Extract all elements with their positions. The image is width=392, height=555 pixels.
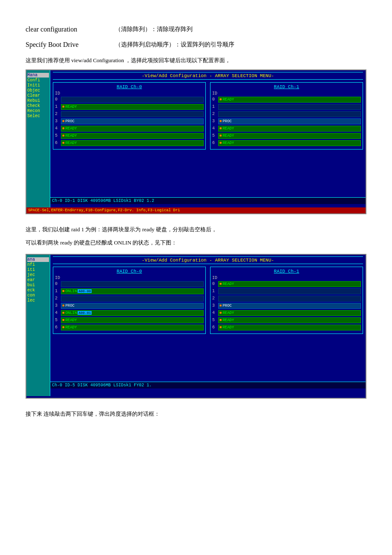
raid-columns-1: RAID Ch-0 ID 0 1 ■ READY 2	[53, 82, 363, 150]
term-label-clear: clear configuration	[26, 26, 115, 33]
t2-ch0-row-2: 2	[55, 296, 204, 302]
sidebar-item-con[interactable]: con	[27, 293, 49, 298]
terminal1-title: -View/Add Configuration - ARRAY SELECTIO…	[53, 72, 363, 80]
ch1-id-header-2: ID	[212, 276, 361, 280]
sidebar-item-clear[interactable]: Clear	[27, 93, 49, 98]
t2-ch1-row-5: 5 ■ READY	[212, 317, 361, 323]
sidebar-menu-2: ana nfi iti jec ear bui eck con lec	[26, 255, 50, 398]
sidebar-item-mana[interactable]: Mana	[27, 73, 49, 78]
terminal2-keybar	[26, 396, 366, 398]
ch1-column-1: RAID Ch-1 ID 0 ■ READY 1 2	[210, 82, 363, 150]
t2-ch1-row-4: 4 ■ READY	[212, 310, 361, 316]
ch0-row-6: 6 ■ READY	[55, 140, 204, 146]
t2-ch0-row-3: 3 ■ PROC	[55, 303, 204, 309]
footer-text: 接下来 连续敲击两下回车键，弹出跨度选择的对话框：	[26, 409, 366, 419]
t2-ch0-row-0: 0	[55, 281, 204, 287]
term-def-clear: （清除阵列）：清除现存阵列	[115, 26, 193, 33]
ch1-row-1: 1	[212, 104, 361, 110]
sidebar-item-jec[interactable]: jec	[27, 273, 49, 277]
ch1-title-1: RAID Ch-1	[212, 84, 361, 89]
ch0-row-5: 5 ■ READY	[55, 133, 204, 139]
ch1-row-5: 5 ■ READY	[212, 133, 361, 139]
middle-text-1: 这里，我们以创建 raid 1 为例：选择两块显示为 ready 硬盘，分别敲击…	[26, 224, 366, 234]
t2-ch0-row-6: 6 ■ READY	[55, 325, 204, 331]
ch0-row-3: 3 ■ PROC	[55, 118, 204, 124]
ch0-id-header: ID	[55, 91, 204, 96]
ch0-id-header-2: ID	[55, 276, 204, 280]
term-clear-config: clear configuration （清除阵列）：清除现存阵列	[26, 26, 366, 33]
ch1-row-6: 6 ■ READY	[212, 140, 361, 146]
sidebar-item-confi[interactable]: Confi	[27, 78, 49, 83]
t2-ch1-row-1: 1	[212, 288, 361, 294]
sidebar-item-bui[interactable]: bui	[27, 283, 49, 288]
ch1-title-2: RAID Ch-1	[212, 269, 361, 274]
sidebar-item-initi[interactable]: Initi	[27, 83, 49, 88]
terminal1-status: Ch-0 ID-1 DISK 409596MB LSIDsk1 BY02 1.2	[50, 197, 366, 204]
terminal2-status: Ch-0 ID-5 DISK 409596MB LSIDsk1 FY02 1.	[50, 382, 366, 388]
t2-ch0-row-1: 1 ■ ONLIN A00-00	[55, 288, 204, 294]
ch0-title-2: RAID Ch-0	[55, 269, 204, 274]
sidebar-item-check[interactable]: Check	[27, 104, 49, 108]
sidebar-item-ana[interactable]: ana	[27, 257, 49, 262]
intro-text: 这里我们推荐使用 view/add Configuration ，选择此项按回车…	[26, 56, 366, 65]
t2-ch1-row-3: 3 ■ PROC	[212, 303, 361, 309]
sidebar-item-selec[interactable]: Selec	[27, 114, 49, 118]
ch0-title-1: RAID Ch-0	[55, 84, 204, 89]
t2-ch0-row-4: 4 ■ ONLIN A00-01	[55, 310, 204, 316]
t2-ch0-row-5: 5 ■ READY	[55, 317, 204, 323]
ch1-row-0: 0 ■ READY	[212, 97, 361, 103]
ch0-column-1: RAID Ch-0 ID 0 1 ■ READY 2	[53, 82, 206, 150]
term-def-boot: （选择阵列启动顺序）：设置阵列的引导顺序	[115, 41, 234, 49]
ch1-row-4: 4 ■ READY	[212, 126, 361, 132]
terms-section: clear configuration （清除阵列）：清除现存阵列 Specif…	[26, 26, 366, 49]
sidebar-item-recon[interactable]: Recon	[27, 109, 49, 113]
sidebar-item-iti[interactable]: iti	[27, 267, 49, 272]
middle-text-2: 可以看到两块 ready 的硬盘已经酿成 ONLIN 的状态，见下图：	[26, 238, 366, 247]
ch0-row-2: 2	[55, 111, 204, 117]
ch0-row-1: 1 ■ READY	[55, 104, 204, 110]
ch0-column-2: RAID Ch-0 ID 0 1 ■ ONLIN A00-00 2	[53, 267, 206, 334]
sidebar-item-objec[interactable]: Objec	[27, 88, 49, 93]
terminal-screen-2: ana nfi iti jec ear bui eck con lec -Vie…	[26, 254, 366, 399]
term-specify-boot: Specify Boot Drive （选择阵列启动顺序）：设置阵列的引导顺序	[26, 41, 366, 49]
ch0-row-0: 0	[55, 97, 204, 103]
ch1-row-3: 3 ■ PROC	[212, 118, 361, 124]
sidebar-item-eck[interactable]: eck	[27, 288, 49, 293]
sidebar-menu-1: Mana Confi Initi Objec Clear Rebui Check…	[26, 70, 50, 213]
ch0-row-4: 4 ■ READY	[55, 126, 204, 132]
t2-ch1-row-2: 2	[212, 296, 361, 302]
sidebar-item-nfi[interactable]: nfi	[27, 262, 49, 267]
sidebar-item-rebui[interactable]: Rebui	[27, 98, 49, 103]
term-label-boot: Specify Boot Drive	[26, 41, 115, 49]
terminal2-title: -View/Add Configuration - ARRAY SELECTIO…	[53, 256, 363, 264]
terminal-screen-1: Mana Confi Initi Objec Clear Rebui Check…	[26, 69, 366, 214]
ch1-row-2: 2	[212, 111, 361, 117]
ch1-id-header: ID	[212, 91, 361, 96]
terminal1-keybar: SPACE-Sel,ENTER-EndArray,F10-Configure,F…	[26, 207, 366, 213]
raid-columns-2: RAID Ch-0 ID 0 1 ■ ONLIN A00-00 2	[53, 267, 363, 334]
t2-ch1-row-6: 6 ■ READY	[212, 325, 361, 331]
t2-ch1-row-0: 0 ■ READY	[212, 281, 361, 287]
sidebar-item-lec[interactable]: lec	[27, 298, 49, 303]
ch1-column-2: RAID Ch-1 ID 0 ■ READY 1 2	[210, 267, 363, 334]
sidebar-item-ear[interactable]: ear	[27, 278, 49, 282]
